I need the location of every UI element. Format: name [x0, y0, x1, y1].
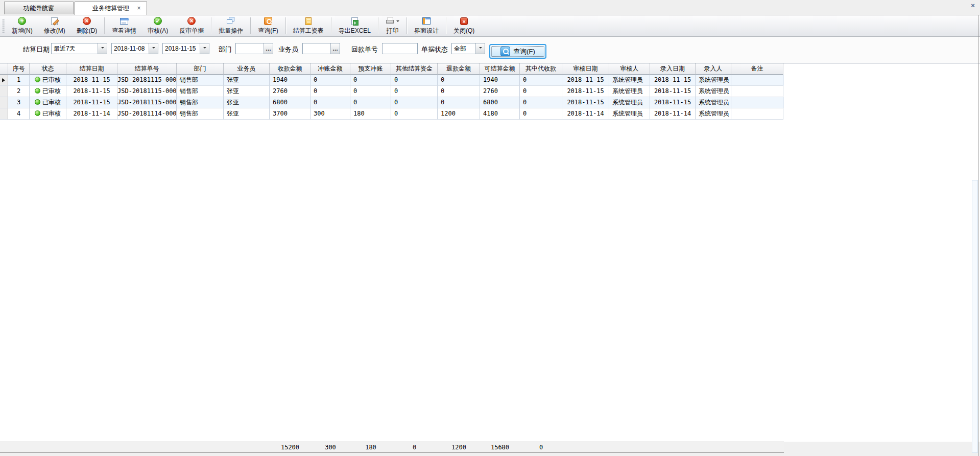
cell-salesman: 张亚	[224, 75, 270, 86]
toolbar-button-print[interactable]: 打印	[380, 15, 405, 36]
date-from-picker[interactable]: 2018-11-08	[111, 43, 158, 54]
cell-remark	[731, 86, 783, 97]
column-header-offset[interactable]: 冲账金额	[310, 63, 350, 75]
column-header-dept[interactable]: 部门	[177, 63, 224, 75]
toolbar-button-excel[interactable]: 导出EXCEL	[333, 15, 376, 36]
cell-remark	[731, 108, 783, 120]
chevron-down-icon[interactable]	[200, 43, 209, 54]
unapprove-icon: ×	[187, 17, 196, 25]
toolbar-button-edit[interactable]: 修改(M)	[38, 15, 71, 36]
doc-status-select[interactable]: 全部	[451, 43, 485, 54]
excel-icon	[351, 17, 358, 25]
cell-date: 2018-11-15	[66, 75, 117, 86]
salesman-lookup-field[interactable]: …	[302, 43, 340, 54]
close-icon: ×	[460, 17, 468, 25]
toolbar-button-unapprove[interactable]: ×反审单据	[174, 15, 209, 36]
cell-advance: 0	[350, 97, 391, 108]
toolbar-button-approve[interactable]: ✓审核(A)	[142, 15, 174, 36]
tab-business-settlement[interactable]: 业务结算管理 ×	[75, 2, 147, 15]
toolbar-button-label: 反审单据	[179, 27, 204, 35]
cell-settleable: 6800	[480, 97, 520, 108]
cell-entry_date: 2018-11-15	[650, 86, 696, 97]
summary-settleable: 15680	[480, 442, 520, 452]
cell-no: JSD-20181115-0004	[117, 75, 177, 86]
tab-close-icon[interactable]: ×	[136, 5, 142, 11]
table-row[interactable]: 1已审核2018-11-15JSD-20181115-0004销售部张亚1940…	[0, 75, 784, 86]
column-header-settleable[interactable]: 可结算金额	[480, 63, 520, 75]
column-header-audit_date[interactable]: 审核日期	[562, 63, 609, 75]
toolbar-button-label: 结算工资表	[293, 27, 324, 35]
window-close-icon[interactable]: ×	[969, 2, 976, 9]
toolbar: +新增(N)修改(M)×删除(D)查看详情✓审核(A)×反审单据批量操作查询(F…	[0, 15, 980, 37]
dept-label: 部门	[219, 44, 232, 55]
cell-settleable: 2760	[480, 86, 520, 97]
column-header-no[interactable]: 结算单号	[117, 63, 177, 75]
column-header-amount[interactable]: 收款金额	[270, 63, 310, 75]
cell-refund: 0	[438, 97, 480, 108]
column-header-other[interactable]: 其他结算资金	[391, 63, 438, 75]
table-row[interactable]: 3已审核2018-11-15JSD-20181115-0002销售部张亚6800…	[0, 97, 784, 108]
tab-function-nav[interactable]: 功能导航窗	[4, 2, 74, 14]
column-header-refund[interactable]: 退款金额	[438, 63, 480, 75]
ellipsis-lookup-icon[interactable]: …	[264, 43, 273, 54]
cell-audit_date: 2018-11-14	[562, 108, 609, 120]
toolbar-button-batch[interactable]: 批量操作	[213, 15, 249, 36]
cell-offset: 300	[310, 108, 350, 120]
tab-business-settlement-label: 业务结算管理	[92, 5, 129, 12]
cell-auditor: 系统管理员	[609, 75, 650, 86]
column-header-auditor[interactable]: 审核人	[609, 63, 650, 75]
toolbar-button-search[interactable]: 查询(F)	[252, 15, 283, 36]
cell-auditor: 系统管理员	[609, 108, 650, 120]
date-range-select[interactable]: 最近7天	[51, 43, 107, 54]
cell-dept: 销售部	[177, 108, 224, 120]
toolbar-grip-handle[interactable]	[2, 18, 5, 33]
query-button[interactable]: 查询(F)	[489, 44, 546, 59]
column-header-salesman[interactable]: 业务员	[224, 63, 270, 75]
vertical-scrollbar[interactable]	[972, 180, 978, 453]
summary-entry_date	[650, 442, 696, 452]
toolbar-button-close[interactable]: ×关闭(Q)	[448, 15, 480, 36]
toolbar-button-design[interactable]: 界面设计	[409, 15, 444, 36]
toolbar-button-details[interactable]: 查看详情	[106, 15, 142, 36]
print-icon	[386, 16, 395, 26]
current-row-arrow-icon	[2, 78, 5, 82]
toolbar-button-payroll[interactable]: 结算工资表	[288, 15, 329, 36]
cell-refund: 1200	[438, 108, 480, 120]
toolbar-button-label: 删除(D)	[77, 27, 98, 35]
date-to-picker[interactable]: 2018-11-15	[162, 43, 209, 54]
cell-audit_date: 2018-11-15	[562, 86, 609, 97]
toolbar-separator	[285, 17, 286, 34]
toolbar-button-add[interactable]: +新增(N)	[6, 15, 38, 36]
table-row[interactable]: 4已审核2018-11-14JSD-20181114-0001销售部张亚3700…	[0, 108, 784, 120]
chevron-down-icon[interactable]	[475, 43, 485, 54]
cell-seq: 1	[8, 75, 30, 86]
chevron-down-icon[interactable]	[98, 43, 107, 54]
column-header-status[interactable]: 状态	[30, 63, 66, 75]
cell-entry_date: 2018-11-14	[650, 108, 696, 120]
toolbar-button-label: 界面设计	[414, 27, 439, 35]
summary-indicator-cell	[0, 442, 8, 452]
column-header-date[interactable]: 结算日期	[66, 63, 117, 75]
ellipsis-lookup-icon[interactable]: …	[330, 43, 340, 54]
column-header-seq[interactable]: 序号	[8, 63, 30, 75]
column-header-collection[interactable]: 其中代收款	[520, 63, 562, 75]
toolbar-button-delete[interactable]: ×删除(D)	[71, 15, 103, 36]
cell-date: 2018-11-14	[66, 108, 117, 120]
payroll-icon	[305, 17, 312, 25]
cell-offset: 0	[310, 75, 350, 86]
table-row[interactable]: 2已审核2018-11-15JSD-20181115-0003销售部张亚2760…	[0, 86, 784, 97]
column-header-advance[interactable]: 预支冲账	[350, 63, 391, 75]
chevron-down-icon[interactable]	[396, 20, 399, 24]
summary-seq	[8, 442, 30, 452]
column-header-remark[interactable]: 备注	[731, 63, 783, 75]
receipt-no-input[interactable]	[382, 43, 418, 54]
toolbar-button-label: 关闭(Q)	[453, 27, 474, 35]
tab-function-nav-label: 功能导航窗	[23, 5, 54, 12]
column-header-entry_by[interactable]: 录入人	[696, 63, 731, 75]
chevron-down-icon[interactable]	[149, 43, 158, 54]
toolbar-button-label: 批量操作	[219, 27, 243, 35]
dept-lookup-field[interactable]: …	[235, 43, 273, 54]
column-header-entry_date[interactable]: 录入日期	[650, 63, 696, 75]
cell-offset: 0	[310, 97, 350, 108]
toolbar-button-label: 查看详情	[112, 27, 136, 35]
